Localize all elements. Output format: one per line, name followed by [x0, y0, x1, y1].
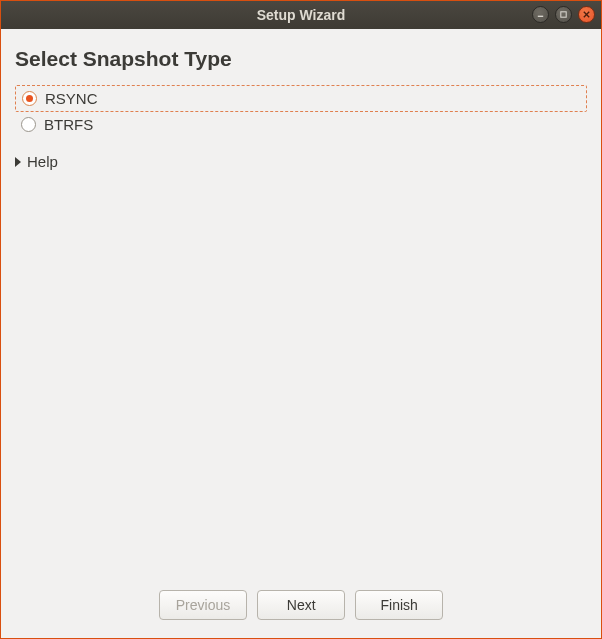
- maximize-button[interactable]: [555, 6, 572, 23]
- chevron-right-icon: [15, 157, 21, 167]
- svg-rect-1: [561, 12, 566, 17]
- close-icon: [582, 10, 591, 19]
- option-rsync-label: RSYNC: [45, 90, 98, 107]
- next-button[interactable]: Next: [257, 590, 345, 620]
- option-btrfs-label: BTRFS: [44, 116, 93, 133]
- content-area: Select Snapshot Type RSYNC BTRFS Help: [1, 29, 601, 576]
- finish-button[interactable]: Finish: [355, 590, 443, 620]
- window-title: Setup Wizard: [257, 7, 346, 23]
- option-rsync[interactable]: RSYNC: [15, 85, 587, 112]
- radio-icon: [22, 91, 37, 106]
- previous-button[interactable]: Previous: [159, 590, 247, 620]
- page-title: Select Snapshot Type: [15, 47, 587, 71]
- help-expander[interactable]: Help: [15, 151, 587, 172]
- titlebar: Setup Wizard: [1, 1, 601, 29]
- radio-icon: [21, 117, 36, 132]
- minimize-button[interactable]: [532, 6, 549, 23]
- help-expander-label: Help: [27, 153, 58, 170]
- footer-buttons: Previous Next Finish: [1, 576, 601, 638]
- maximize-icon: [559, 10, 568, 19]
- window-controls: [532, 6, 595, 23]
- option-btrfs[interactable]: BTRFS: [15, 112, 587, 137]
- minimize-icon: [536, 10, 545, 19]
- close-button[interactable]: [578, 6, 595, 23]
- snapshot-type-options: RSYNC BTRFS: [15, 85, 587, 137]
